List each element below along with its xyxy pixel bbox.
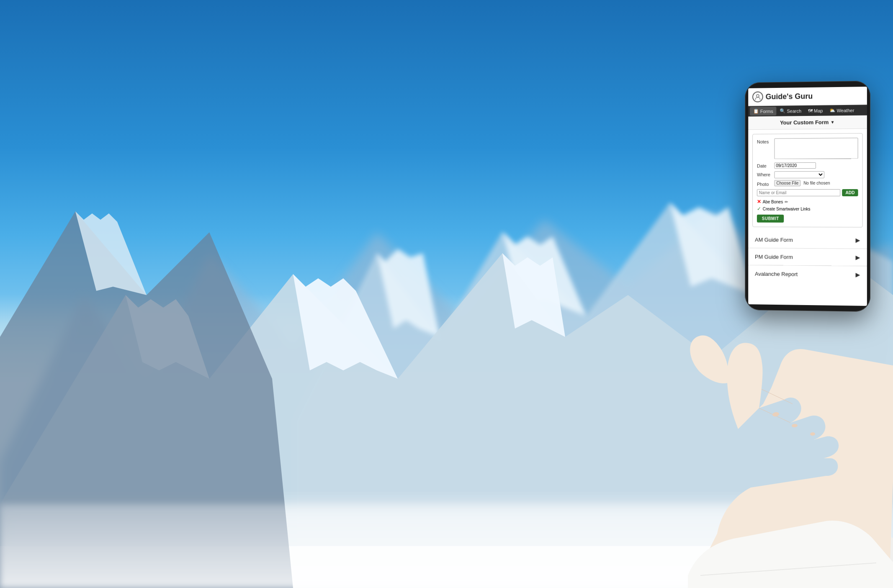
name-email-input[interactable] [757, 189, 841, 196]
notes-textarea[interactable] [774, 138, 858, 159]
app-title: Guide's Guru [766, 92, 813, 101]
nav-forms[interactable]: 📋 Forms [750, 107, 776, 116]
photo-row: Photo Choose File No file chosen [757, 181, 858, 187]
nav-weather-label: Weather [837, 108, 854, 113]
search-icon: 🔍 [780, 108, 785, 114]
am-guide-form-label: AM Guide Form [755, 236, 793, 243]
pm-guide-form-arrow: ▶ [856, 254, 860, 261]
date-label: Date [757, 162, 775, 168]
snow-foreground [0, 504, 893, 588]
submit-button[interactable]: SUBMIT [757, 215, 784, 223]
guest-1-name: Abe Bones [763, 199, 783, 204]
form-card: Notes Date Where [752, 133, 863, 228]
custom-form-title: Your Custom Form [780, 119, 829, 126]
am-guide-form-arrow: ▶ [856, 237, 860, 244]
notes-control [774, 138, 858, 160]
dropdown-arrow-icon: ▼ [831, 120, 835, 124]
date-input[interactable] [774, 162, 816, 169]
guest-item-2: ✓ Create Smartwaiver Links [757, 206, 858, 212]
nav-search[interactable]: 🔍 Search [777, 106, 805, 116]
nav-weather[interactable]: ⛅ Weather [826, 106, 857, 115]
add-button[interactable]: ADD [842, 189, 858, 196]
app-header: Guide's Guru [748, 87, 867, 106]
svg-point-13 [757, 95, 759, 97]
where-label: Where [757, 171, 775, 177]
weather-icon: ⛅ [830, 108, 836, 113]
where-select[interactable] [774, 171, 824, 178]
check-icon: ✓ [757, 206, 761, 212]
date-control [774, 162, 858, 169]
am-guide-form-item[interactable]: AM Guide Form ▶ [748, 231, 867, 249]
custom-form-header[interactable]: Your Custom Form ▼ [748, 116, 867, 130]
forms-icon: 📋 [753, 108, 759, 114]
pm-guide-form-item[interactable]: PM Guide Form ▶ [748, 248, 867, 266]
pm-guide-form-label: PM Guide Form [755, 254, 793, 260]
guest-item-1: ✕ Abe Bones ✏ [757, 199, 858, 205]
notes-label: Notes [757, 139, 775, 144]
nav-map-label: Map [814, 108, 823, 113]
map-icon: 🗺 [808, 108, 813, 113]
name-email-row: ADD [757, 189, 858, 196]
nav-search-label: Search [787, 108, 801, 113]
guest-2-name: Create Smartwaiver Links [763, 206, 811, 211]
avalanche-report-arrow: ▶ [856, 271, 860, 278]
phone-scene: Guide's Guru 📋 Forms 🔍 Search 🗺 Map ⛅ [745, 81, 870, 312]
file-name: No file chosen [803, 181, 830, 185]
photo-control: Choose File No file chosen [774, 181, 858, 185]
app-nav: 📋 Forms 🔍 Search 🗺 Map ⛅ Weather [748, 105, 867, 116]
avalanche-report-label: Avalanche Report [755, 270, 798, 277]
nav-map[interactable]: 🗺 Map [805, 106, 826, 115]
avalanche-report-item[interactable]: Avalanche Report ▶ [748, 265, 867, 283]
nav-forms-label: Forms [760, 108, 773, 113]
choose-file-btn[interactable]: Choose File [774, 180, 800, 186]
phone-device: Guide's Guru 📋 Forms 🔍 Search 🗺 Map ⛅ [745, 81, 870, 312]
edit-icon[interactable]: ✏ [785, 199, 788, 204]
photo-label: Photo [757, 181, 775, 187]
where-control [774, 171, 858, 179]
app-logo [752, 91, 763, 102]
error-icon: ✕ [757, 199, 761, 205]
where-row: Where [757, 171, 858, 179]
notes-row: Notes [757, 138, 858, 160]
date-row: Date [757, 162, 858, 169]
phone-screen: Guide's Guru 📋 Forms 🔍 Search 🗺 Map ⛅ [748, 87, 867, 306]
